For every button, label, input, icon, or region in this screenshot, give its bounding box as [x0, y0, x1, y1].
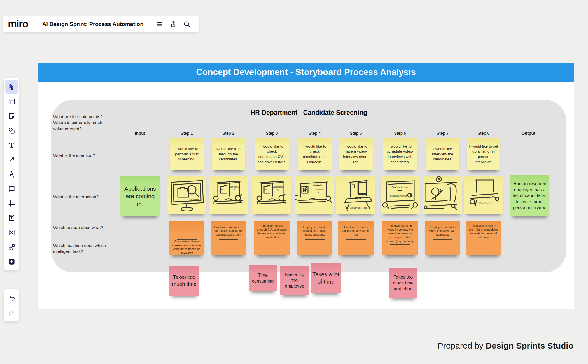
machine-task: - [442, 240, 443, 253]
pain-note[interactable]: Biased by the employee [280, 266, 309, 295]
person-task: Employee skim-reads short-listed candida… [213, 224, 244, 238]
intention-note[interactable]: I would like to check candidates on Link… [298, 138, 332, 170]
svg-text:Candidate: Candidate [314, 188, 323, 191]
app-header: miro AI Design Sprint: Process Automatio… [3, 16, 199, 32]
tool-comment-icon[interactable] [5, 182, 18, 196]
section-title: HR Department - Candidate Screening [51, 109, 566, 116]
svg-text:A: A [277, 189, 279, 191]
interaction-sketch-note-monitor-search[interactable]: Keywords [167, 176, 206, 214]
intention-note[interactable]: I would like to go through the candidate… [212, 138, 245, 170]
tool-sticky-note-icon[interactable] [5, 109, 18, 123]
task-note[interactable]: Employee conducts video-interviews with … [425, 221, 460, 255]
task-note[interactable]: Employee creates a short-list of candida… [466, 221, 501, 255]
divider [148, 20, 148, 28]
question-label: What is the interaction? [53, 194, 113, 200]
machine-task: Computer software screens and prioritize… [171, 240, 202, 255]
svg-text:Dear candidate: Dear candidate [391, 186, 408, 189]
tool-select-icon[interactable] [5, 80, 18, 94]
person-task: Employee reviews candidates' social medi… [299, 224, 330, 238]
pain-note[interactable]: Takes too much time and effort [389, 268, 417, 298]
task-note[interactable]: Employee skim-reads short-listed candida… [211, 221, 246, 255]
machine-task: - [483, 241, 484, 253]
column-header: Step 6 [394, 131, 406, 136]
interaction-sketch-note-laptop-person[interactable]: CandidateA [252, 176, 291, 214]
miro-logo[interactable]: miro [8, 18, 28, 30]
intention-note[interactable]: I would like to have a video-interview s… [339, 138, 373, 170]
machine-task: - [271, 241, 272, 253]
person-task: Employee sets up video-interviews via em… [385, 224, 416, 243]
intention-note[interactable]: I would like to set up a list for in per… [467, 138, 500, 170]
intention-note[interactable]: I would like to check candidates CV's an… [255, 138, 289, 170]
main-toolbar [4, 78, 19, 270]
svg-text:Schedule meeting: Schedule meeting [390, 195, 407, 197]
svg-text:Keywords: Keywords [189, 199, 199, 201]
pain-note[interactable]: Time consuming [249, 265, 277, 291]
interaction-sketch-note-laptop-shortlist[interactable]: Short-List [464, 176, 503, 214]
board-name[interactable]: AI Design Sprint: Process Automation [42, 21, 144, 27]
intention-note[interactable]: I would like to perform a first screenin… [170, 138, 204, 170]
column-header: Step 8 [477, 131, 489, 136]
column-header: Output [521, 131, 535, 136]
task-note[interactable]: Employee sets up video-interviews via em… [382, 221, 418, 255]
person-task: Employee creates a short-list of candida… [468, 224, 499, 239]
svg-text:LinkedIn: LinkedIn [313, 184, 323, 187]
board-title: Concept Development - Storyboard Process… [196, 67, 416, 77]
tool-upload-icon[interactable] [5, 211, 18, 225]
footer-credit: Prepared by Design Sprints Studio [438, 341, 573, 351]
machine-task: - [228, 240, 229, 253]
machine-task: - [355, 240, 356, 253]
interaction-sketch-note-linkedin[interactable]: LinkedInCandidateA [295, 176, 334, 214]
task-note[interactable]: Employee reviews candidates' social medi… [297, 221, 332, 255]
svg-text:Candidate: Candidate [229, 186, 240, 188]
task-note[interactable]: Computer software screens and prioritize… [169, 221, 204, 255]
tool-pen-icon[interactable] [5, 167, 18, 181]
question-label: What are the pain points? Where is extre… [53, 114, 113, 132]
interaction-sketch-note-laptop-person[interactable]: CandidateA [209, 176, 248, 214]
svg-text:Short-List: Short-List [479, 202, 491, 204]
board-canvas[interactable]: Concept Development - Storyboard Process… [38, 63, 574, 309]
task-note[interactable]: Employee creates video-interview short-l… [338, 221, 374, 255]
machine-task: - [314, 240, 315, 253]
tool-mindmap-icon[interactable] [5, 240, 18, 254]
export-icon[interactable] [169, 19, 177, 29]
person-task: Employee creates video-interview short-l… [340, 224, 371, 238]
task-note[interactable]: Employee reads through CVs and cover let… [254, 221, 290, 255]
menu-icon[interactable] [155, 19, 164, 29]
svg-text:A: A [234, 189, 235, 191]
column-header: Step 1 [181, 131, 193, 136]
intention-note[interactable]: I would like interview the candidates. [426, 138, 459, 170]
interaction-sketch-note-email[interactable]: Dear candidateSchedule meeting [381, 176, 420, 214]
person-task: Employee conducts video-interviews with … [427, 224, 458, 238]
interaction-sketch-note-video-call[interactable] [423, 176, 462, 214]
questions-divider [108, 109, 108, 265]
column-header: Step 3 [266, 131, 278, 136]
tool-redo-icon[interactable] [5, 305, 18, 319]
question-label: What is the intention? [53, 152, 113, 158]
history-toolbar [4, 289, 19, 321]
tool-shapes-icon[interactable] [5, 123, 18, 137]
pain-note[interactable]: Takes too much time [169, 266, 199, 296]
tool-templates-icon[interactable] [5, 94, 18, 108]
miro-app: Concept Development - Storyboard Process… [0, 0, 588, 364]
svg-text:Candidate List: Candidate List [348, 207, 367, 209]
input-note[interactable]: Applications are coming in. [120, 176, 160, 216]
question-label: Which machine does which intelligent tas… [53, 242, 113, 255]
tool-text-icon[interactable] [5, 138, 18, 152]
column-header: Input [135, 131, 145, 136]
tool-frame-icon[interactable] [5, 196, 18, 210]
tool-undo-icon[interactable] [5, 291, 18, 305]
intention-note[interactable]: I would like to schedule video-interview… [383, 138, 417, 170]
column-header: Step 7 [437, 131, 449, 136]
tool-add-apps-icon[interactable] [5, 255, 18, 269]
pain-note[interactable]: Takes a lot of time [311, 263, 341, 293]
tool-arrow-icon[interactable] [5, 153, 18, 167]
tool-clear-box-icon[interactable] [5, 225, 18, 239]
search-icon[interactable] [183, 19, 191, 29]
person-task: Employee reads through CVs and cover let… [256, 224, 287, 239]
svg-text:A: A [318, 191, 319, 193]
column-header: Step 5 [350, 131, 362, 136]
interaction-sketch-note-laptop-list[interactable]: Candidate List [336, 176, 375, 214]
divider [38, 20, 38, 28]
output-note[interactable]: Human resource employee has a list of ca… [510, 175, 549, 216]
board-title-bar: Concept Development - Storyboard Process… [38, 63, 574, 82]
